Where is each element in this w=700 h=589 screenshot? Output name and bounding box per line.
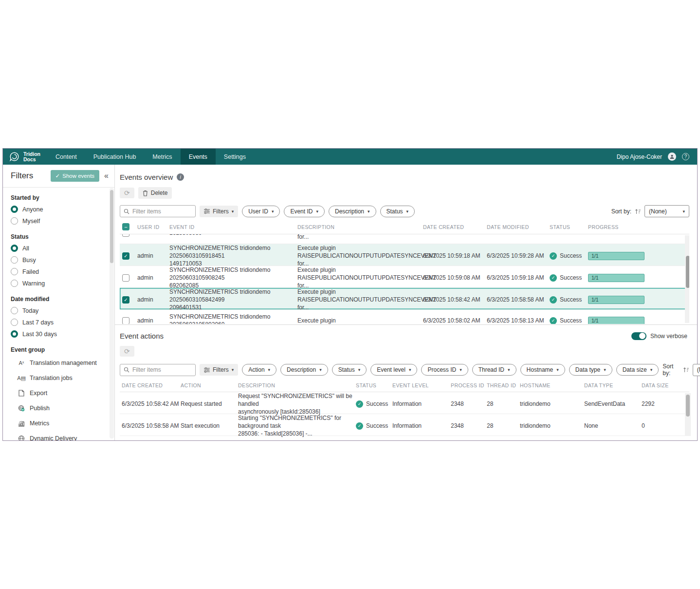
chevron-down-icon: ▾ [650,367,653,372]
sidebar-item-label: Export [30,390,47,397]
sidebar-item-label: Translation management [30,360,97,366]
nav-item-events[interactable]: Events [181,149,216,165]
radio-icon [11,256,18,264]
status-badge: ✓Success [550,274,588,282]
chevron-down-icon: ▾ [232,209,234,214]
radio-option-all[interactable]: All [11,245,114,252]
help-icon[interactable]: ? [682,153,689,160]
overview-filter-input[interactable] [132,208,192,215]
sidebar-item-translation-management[interactable]: Aˣ Translation management [11,358,114,368]
filter-pill-data-type[interactable]: Data type▾ [569,364,612,376]
status-badge: ✓Success [356,400,392,408]
overview-filters-button[interactable]: Filters ▾ [200,206,238,217]
filter-pill-action[interactable]: Action▾ [242,364,276,376]
overview-table-body: 1618808989 RAISEPUBLICATIONOUTPUTUPDATES… [120,234,689,324]
column-header: HOSTNAME [520,382,584,388]
actions-sort-select[interactable]: (None)▾ [693,364,700,376]
sort-order-icon[interactable] [683,367,689,373]
overview-scrollbar[interactable] [685,235,689,323]
row-checkbox[interactable]: ✓ [122,296,129,304]
actions-filter-input[interactable] [132,366,192,373]
table-row[interactable]: 1618808989 RAISEPUBLICATIONOUTPUTUPDATES… [120,234,689,244]
table-row[interactable]: ✓ admin SYNCHRONIZEMETRICS tridiondemo 2… [120,244,689,266]
scrollbar-thumb[interactable] [110,190,113,263]
progress-bar: 1/1 [588,296,645,304]
row-checkbox[interactable] [122,234,129,237]
radio-option-warning[interactable]: Warning [11,280,114,287]
filter-pill-thread-id[interactable]: Thread ID▾ [472,364,516,376]
radio-option-myself[interactable]: Myself [11,217,114,225]
filter-pill-hostname[interactable]: Hostname▾ [520,364,565,376]
actions-filters-button[interactable]: Filters ▾ [200,364,238,376]
radio-option-anyone[interactable]: Anyone [11,206,114,213]
collapse-sidebar-icon[interactable]: « [104,171,109,180]
actions-table-body: 6/3/2025 10:58:42 AM Request started Req… [120,392,689,436]
radio-option-busy[interactable]: Busy [11,256,114,264]
overview-sort-select[interactable]: (None)▾ [645,205,689,217]
filters-sidebar: Filters ✓ Show events « Started by Anyon… [3,165,115,440]
group-label-started-by: Started by [11,194,114,201]
user-avatar-icon[interactable] [668,152,676,161]
row-checkbox[interactable]: ✓ [122,252,129,260]
filter-pill-description[interactable]: Description▾ [280,364,328,376]
table-row[interactable]: 6/3/2025 10:58:58 AM Start execution Sta… [120,414,689,436]
column-header: STATUS [550,224,588,230]
show-verbose-toggle[interactable] [631,332,646,340]
radio-icon [11,319,18,326]
filter-pill-status[interactable]: Status▾ [380,206,415,217]
user-name: Dipo Ajose-Coker [617,153,662,160]
sidebar-scrollbar[interactable] [110,188,114,438]
show-events-button[interactable]: ✓ Show events [51,170,100,182]
filter-pill-status[interactable]: Status▾ [332,364,367,376]
row-checkbox[interactable] [122,274,129,282]
filter-pill-user-id[interactable]: User ID▾ [242,206,280,217]
sidebar-item-publish[interactable]: Publish [11,403,114,414]
nav-item-publication-hub[interactable]: Publication Hub [85,149,145,165]
radio-label: Failed [22,268,39,275]
nav-item-metrics[interactable]: Metrics [144,149,180,165]
delete-button[interactable]: Delete [138,187,172,199]
table-row[interactable]: admin SYNCHRONIZEMETRICS tridiondemo 202… [120,310,689,324]
scrollbar-thumb[interactable] [686,256,689,288]
chevron-down-icon: ▾ [368,209,370,214]
radio-option-last-30-days[interactable]: Last 30 days [11,330,114,338]
refresh-button[interactable]: ⟳ [120,188,134,198]
radio-option-last-7-days[interactable]: Last 7 days [11,319,114,326]
success-check-icon: ✓ [550,252,557,260]
radio-option-failed[interactable]: Failed [11,268,114,275]
filter-pill-event-level[interactable]: Event level▾ [370,364,417,376]
sidebar-item-export[interactable]: Export [11,388,114,399]
actions-refresh-button[interactable]: ⟳ [120,346,134,357]
actions-scrollbar[interactable] [685,393,691,436]
scrollbar-thumb[interactable] [686,395,690,417]
filter-pill-data-size[interactable]: Data size▾ [616,364,659,376]
radio-option-today[interactable]: Today [11,307,114,314]
sort-order-icon[interactable] [635,209,641,214]
table-row[interactable]: ✓ admin SYNCHRONIZEMETRICS tridiondemo 2… [120,288,689,310]
filter-pill-event-id[interactable]: Event ID▾ [284,206,325,217]
events-overview-title: Events overview [120,173,173,181]
filter-pill-description[interactable]: Description▾ [329,206,376,217]
sidebar-item-translation-jobs[interactable]: A▤ Translation jobs [11,373,114,383]
chevron-down-icon: ▾ [604,367,606,372]
tridion-logo-icon [9,152,19,162]
radio-label: Myself [22,218,40,225]
app-window: TridionDocs Content Publication Hub Metr… [2,148,698,441]
refresh-icon: ⟳ [124,348,130,354]
export-icon [18,390,25,397]
table-row[interactable]: 6/3/2025 10:58:42 AM Request started Req… [120,392,689,414]
sidebar-item-label: Publish [30,405,50,412]
brand-logo[interactable]: TridionDocs [3,149,47,165]
table-row[interactable]: admin SYNCHRONIZEMETRICS tridiondemo 202… [120,266,689,288]
nav-item-settings[interactable]: Settings [216,149,254,165]
filter-pill-process-id[interactable]: Process ID▾ [421,364,468,376]
section-divider [115,324,697,325]
select-all-checkbox[interactable]: − [122,223,129,230]
row-checkbox[interactable] [122,317,129,324]
nav-item-content[interactable]: Content [47,149,85,165]
radio-label: Last 7 days [22,319,54,326]
sidebar-item-dynamic-delivery[interactable]: Dynamic Delivery [11,433,114,440]
radio-label: Busy [22,257,36,264]
info-icon[interactable]: i [177,173,184,181]
sidebar-item-metrics[interactable]: Metrics [11,418,114,429]
